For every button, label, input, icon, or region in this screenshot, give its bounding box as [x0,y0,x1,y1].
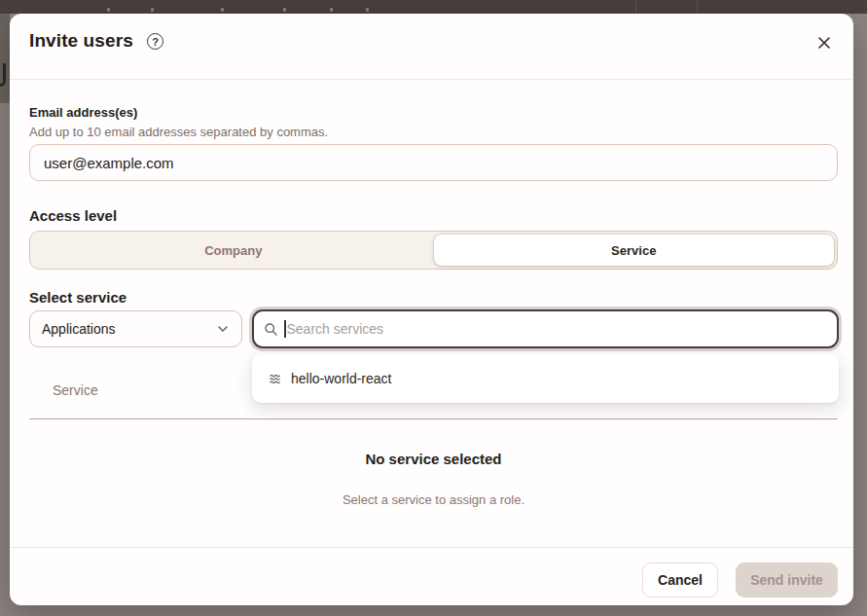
topbar-text-fragment [107,8,110,12]
screen: Invite users ? Email address(es) Add up … [0,0,867,616]
help-icon[interactable]: ? [147,33,163,50]
search-result-hello-world-react[interactable]: hello-world-react [268,354,823,403]
empty-state-subtitle: Select a service to assign a role. [10,492,857,507]
service-search-field[interactable] [252,309,839,348]
send-invite-button[interactable]: Send invite [736,562,838,598]
topbar-separator [697,0,698,14]
email-helper-text: Add up to 10 email addresses separated b… [29,125,328,139]
access-level-option-service[interactable]: Service [434,235,835,266]
invite-users-modal: Invite users ? Email address(es) Add up … [10,14,853,605]
modal-title: Invite users [29,30,133,52]
topbar-text-fragment [151,8,154,12]
email-label: Email address(es) [29,105,137,120]
topbar-separator [635,0,636,14]
footer-divider [10,547,853,548]
topbar-text-fragment [330,8,333,12]
access-level-segmented-control: Company Service [29,231,838,270]
topbar-text-fragment [283,8,286,12]
email-input[interactable] [29,144,838,181]
modal-header: Invite users ? [10,14,853,79]
cancel-button[interactable]: Cancel [642,562,718,598]
search-results-panel: hello-world-react [252,354,839,403]
service-category-value: Applications [42,321,116,337]
service-table-header: Service [53,382,98,398]
background-page-edge [0,14,10,103]
background-logo-fragment [0,63,6,87]
stack-icon [268,372,282,386]
header-divider [10,79,853,80]
close-icon[interactable] [814,33,834,53]
topbar-text-fragment [366,8,369,12]
text-caret [284,320,286,338]
topbar-text-fragment [221,8,224,12]
service-search-input[interactable] [287,321,828,337]
empty-state-title: No service selected [10,451,857,467]
chevron-down-icon [216,322,230,336]
search-result-label: hello-world-react [291,371,391,386]
access-level-label: Access level [29,207,117,224]
access-level-option-company[interactable]: Company [33,235,434,266]
service-category-dropdown[interactable]: Applications [29,310,242,347]
service-table-divider [29,418,838,419]
search-icon [264,322,278,337]
select-service-label: Select service [29,289,126,306]
background-page-topbar [0,0,867,14]
